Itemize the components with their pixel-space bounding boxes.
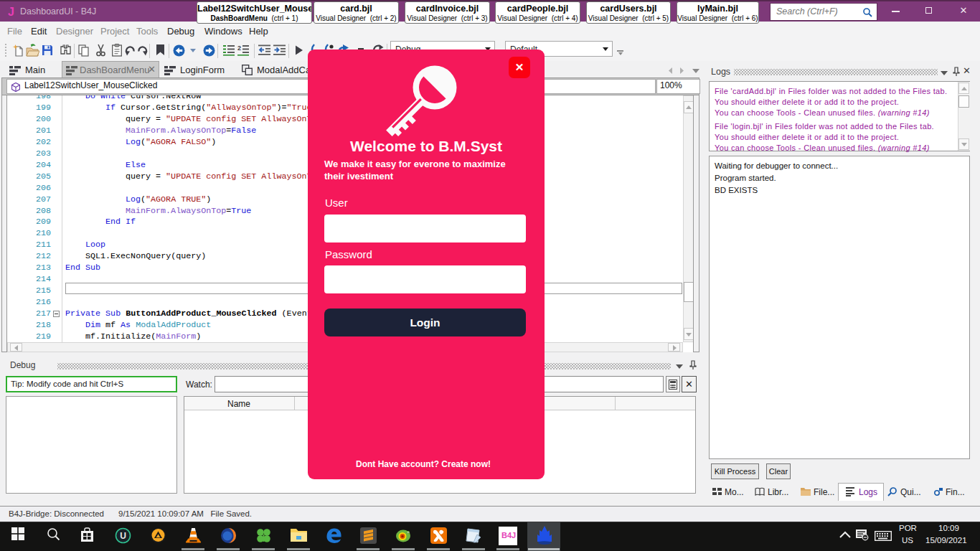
svg-text:U: U [120, 531, 126, 541]
svg-text:2: 2 [237, 44, 241, 52]
